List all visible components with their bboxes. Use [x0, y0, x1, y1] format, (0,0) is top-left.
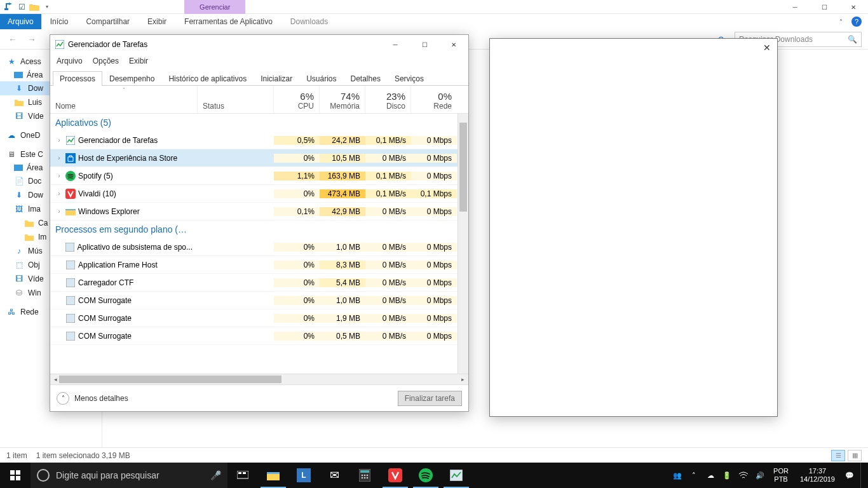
taskbar-vivaldi[interactable] — [380, 463, 410, 488]
disk-cell: 0,1 MB/s — [365, 189, 411, 198]
process-row[interactable]: ›Spotify (5)1,1%163,9 MB0,1 MB/s0 Mbps — [50, 167, 458, 185]
chevron-right-icon[interactable]: › — [55, 172, 63, 179]
task-view-button[interactable] — [227, 463, 258, 488]
tab-details[interactable]: Detalhes — [344, 71, 388, 86]
taskbar-app-l[interactable]: L — [288, 463, 319, 488]
properties-icon[interactable]: ☑ — [17, 2, 27, 12]
net-cell: 0 Mbps — [411, 172, 457, 180]
tab-users[interactable]: Usuários — [299, 71, 343, 86]
minimize-button[interactable]: ─ — [780, 0, 810, 14]
scroll-right-icon[interactable]: ▸ — [458, 374, 468, 384]
chevron-right-icon[interactable]: › — [55, 137, 63, 144]
chevron-right-icon[interactable]: › — [55, 208, 63, 215]
process-row[interactable]: Carregador CTF0%5,4 MB0 MB/s0 Mbps — [50, 274, 458, 292]
taskbar-calculator[interactable] — [349, 463, 380, 488]
process-row[interactable]: Aplicativo de subsistema de spo...0%1,0 … — [50, 238, 458, 256]
volume-icon[interactable]: 🔊 — [754, 470, 766, 481]
svg-rect-12 — [66, 332, 75, 341]
net-cell: 0 Mbps — [411, 243, 457, 252]
ribbon-collapse-icon[interactable]: ˄ — [839, 18, 843, 25]
chevron-right-icon[interactable]: › — [55, 154, 63, 161]
notifications-icon[interactable]: 💬 — [844, 470, 855, 481]
menu-options[interactable]: Opções — [93, 57, 119, 65]
process-row[interactable]: COM Surrogate0%1,9 MB0 MB/s0 Mbps — [50, 309, 458, 327]
tab-history[interactable]: Histórico de aplicativos — [161, 71, 254, 86]
cpu-cell: 0% — [274, 296, 320, 305]
minimize-button[interactable]: ─ — [381, 35, 410, 54]
ribbon-tab-home[interactable]: Início — [41, 14, 78, 29]
tab-performance[interactable]: Desempenho — [102, 71, 161, 86]
close-button[interactable]: ✕ — [839, 0, 868, 14]
end-task-button[interactable]: Finalizar tarefa — [398, 391, 462, 406]
column-disk[interactable]: 23%Disco — [365, 86, 411, 113]
mic-icon[interactable]: 🎤 — [210, 470, 221, 480]
mem-cell: 1,0 MB — [320, 296, 365, 305]
app-icon — [65, 260, 76, 270]
view-large-button[interactable]: ▦ — [848, 450, 862, 461]
mem-cell: 473,4 MB — [320, 189, 365, 198]
pictures-icon: 🖼 — [14, 204, 24, 214]
nav-back-icon[interactable]: ← — [6, 33, 19, 46]
taskbar-search[interactable]: Digite aqui para pesquisar 🎤 — [31, 463, 227, 488]
column-memory[interactable]: 74%Memória — [320, 86, 365, 113]
process-name: Carregador CTF — [78, 278, 133, 287]
tab-services[interactable]: Serviços — [388, 71, 431, 86]
taskbar-taskmgr[interactable] — [441, 463, 471, 488]
ribbon-tab-file[interactable]: Arquivo — [0, 14, 41, 29]
disk-cell: 0,1 MB/s — [365, 172, 411, 180]
process-row[interactable]: ›Gerenciador de Tarefas0,5%24,2 MB0,1 MB… — [50, 132, 458, 149]
tab-processes[interactable]: Processos — [53, 71, 102, 86]
vertical-scrollbar[interactable] — [458, 114, 468, 374]
svg-point-23 — [362, 475, 363, 477]
chevron-right-icon[interactable]: › — [55, 190, 63, 197]
process-row[interactable]: ›Vivaldi (10)0%473,4 MB0,1 MB/s0,1 Mbps — [50, 185, 458, 203]
ribbon-tab-view[interactable]: Exibir — [139, 14, 175, 29]
battery-icon[interactable]: 🔋 — [721, 470, 733, 481]
taskbar-spotify[interactable] — [410, 463, 441, 488]
show-desktop-button[interactable] — [860, 463, 864, 488]
menu-view[interactable]: Exibir — [129, 57, 148, 65]
tray-overflow-icon[interactable]: ˄ — [688, 470, 700, 481]
ribbon-tab-share[interactable]: Compartilhar — [77, 14, 139, 29]
horizontal-scrollbar[interactable]: ◂ ▸ — [50, 374, 468, 384]
help-icon[interactable]: ? — [851, 17, 862, 27]
process-row[interactable]: COM Surrogate0%1,0 MB0 MB/s0 Mbps — [50, 292, 458, 309]
tab-startup[interactable]: Inicializar — [254, 71, 299, 86]
process-row[interactable]: Application Frame Host0%8,3 MB0 MB/s0 Mb… — [50, 256, 458, 274]
disk-cell: 0,1 MB/s — [365, 136, 411, 145]
people-icon[interactable]: 👥 — [672, 470, 683, 481]
documents-icon: 📄 — [14, 176, 24, 186]
disk-cell: 0 MB/s — [365, 278, 411, 287]
column-name[interactable]: ˄ Nome — [50, 86, 198, 113]
close-button[interactable]: ✕ — [439, 35, 468, 54]
process-row[interactable]: COM Surrogate0%0,5 MB0 MB/s0 Mbps — [50, 327, 458, 345]
taskbar-mail[interactable]: ✉ — [319, 463, 349, 488]
maximize-button[interactable]: ☐ — [410, 35, 439, 54]
wifi-icon[interactable] — [738, 470, 749, 481]
process-row[interactable]: ›Host de Experiência na Store0%10,5 MB0 … — [50, 149, 458, 167]
column-status[interactable]: Status — [198, 86, 274, 113]
disk-cell: 0 MB/s — [365, 261, 411, 269]
onedrive-tray-icon[interactable]: ☁ — [705, 470, 716, 481]
menu-file[interactable]: Arquivo — [57, 57, 83, 65]
qat-dropdown-icon[interactable]: ▾ — [42, 2, 52, 12]
close-icon[interactable]: ✕ — [763, 43, 771, 53]
fewer-details-button[interactable]: ˄ Menos detalhes — [57, 392, 128, 405]
ribbon-tab-apptools[interactable]: Gerenciar Ferramentas de Aplicativo — [175, 14, 281, 29]
column-network[interactable]: 0%Rede — [411, 86, 457, 113]
start-button[interactable] — [0, 463, 31, 488]
process-row[interactable]: ›Windows Explorer0,1%42,9 MB0 MB/s0 Mbps — [50, 203, 458, 220]
language-indicator[interactable]: POR PTB — [771, 467, 791, 484]
process-name: Aplicativo de subsistema de spo... — [78, 243, 193, 252]
taskbar-explorer[interactable] — [258, 463, 288, 488]
app-icon — [65, 171, 76, 181]
view-details-button[interactable]: ☰ — [831, 450, 845, 461]
svg-point-25 — [367, 475, 369, 477]
maximize-button[interactable]: ☐ — [810, 0, 839, 14]
column-cpu[interactable]: 6%CPU — [274, 86, 320, 113]
disk-cell: 0 MB/s — [365, 314, 411, 323]
video-icon: 🎞 — [14, 274, 24, 284]
clock[interactable]: 17:37 14/12/2019 — [796, 467, 839, 484]
onedrive-icon: ☁ — [6, 130, 17, 140]
svg-rect-6 — [65, 209, 76, 210]
